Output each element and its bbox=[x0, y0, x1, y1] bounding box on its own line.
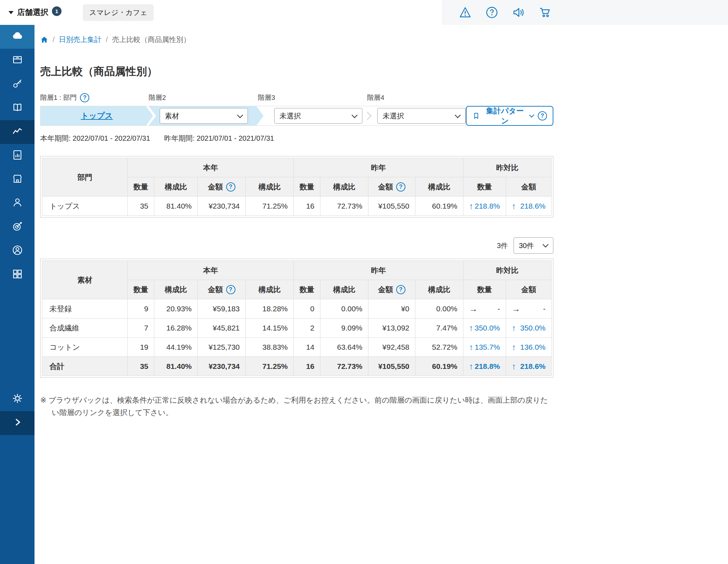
cell-name: 合成繊維 bbox=[42, 318, 128, 338]
per-page-select-wrap: 30件 bbox=[514, 237, 553, 254]
aggregate-pattern-button[interactable]: 集計パターン ? bbox=[466, 106, 553, 126]
per-page-select[interactable]: 30件 bbox=[514, 237, 553, 254]
analytics-icon bbox=[11, 125, 24, 139]
sidebar-item-target[interactable] bbox=[0, 215, 34, 239]
cell-ly-amount: ¥105,550 bbox=[368, 197, 415, 216]
store-count-badge: 1 bbox=[52, 6, 62, 16]
hierarchy-level3-select[interactable]: 未選択 bbox=[274, 108, 362, 124]
sidebar-item-book[interactable] bbox=[0, 96, 34, 120]
trend-arrow-icon: ↑ bbox=[469, 343, 473, 351]
hierarchy-level4-select[interactable]: 未選択 bbox=[377, 108, 466, 124]
cell-ly-qty-ratio: 9.09% bbox=[320, 318, 368, 338]
comparison-value: 218.6% bbox=[520, 202, 546, 210]
account-icon bbox=[11, 244, 24, 258]
register-icon bbox=[11, 53, 24, 68]
cell-cmp-qty: ↑135.7% bbox=[463, 338, 506, 357]
sidebar-item-key[interactable] bbox=[0, 72, 34, 96]
cell-ty-amount-ratio: 14.15% bbox=[246, 318, 294, 338]
cell-ty-qty-ratio: 81.40% bbox=[154, 357, 198, 376]
cell-ty-qty-ratio: 44.19% bbox=[154, 338, 198, 357]
sidebar-item-account[interactable] bbox=[0, 239, 34, 263]
cell-cmp-qty: →- bbox=[463, 299, 506, 318]
apps-icon bbox=[11, 268, 24, 282]
sidebar-item-analytics[interactable] bbox=[0, 120, 34, 144]
subheader-ratio: 構成比 bbox=[415, 177, 463, 197]
table-row-total: 合計 35 81.40% ¥230,734 71.25% 16 72.73% ¥… bbox=[42, 357, 552, 376]
table-row: 未登録 9 20.93% ¥59,183 18.28% 0 0.00% ¥0 0… bbox=[42, 299, 552, 318]
subheader-amount: 金額? bbox=[368, 280, 415, 299]
cell-cmp-amount: ↑218.6% bbox=[506, 357, 552, 376]
hierarchy-level1-link[interactable]: トップス bbox=[81, 111, 113, 121]
hierarchy-level4-label: 階層4 bbox=[367, 93, 384, 102]
store-select-button[interactable]: 店舗選択 1 bbox=[9, 7, 62, 18]
comparison-value: 135.7% bbox=[475, 343, 500, 351]
breadcrumb-link-daily-sales[interactable]: 日別売上集計 bbox=[59, 35, 102, 44]
help-icon[interactable]: ? bbox=[538, 111, 547, 120]
help-icon[interactable]: ? bbox=[396, 285, 405, 294]
hierarchy-labels: 階層1 : 部門? 階層2 階層3 階層4 bbox=[40, 93, 466, 102]
cell-ly-amount: ¥92,458 bbox=[368, 338, 415, 357]
home-icon[interactable] bbox=[40, 36, 48, 44]
hierarchy-level4-segment: 未選択 bbox=[375, 106, 466, 125]
settings-icon bbox=[11, 392, 24, 407]
attribute-table: 素材 本年 昨年 昨対比 数量 構成比 金額? 構成比 数量 bbox=[40, 259, 553, 378]
cell-ly-amount-ratio: 60.19% bbox=[415, 197, 463, 216]
trend-arrow-icon: ↑ bbox=[512, 362, 516, 371]
group-header-last-year: 昨年 bbox=[294, 261, 463, 280]
subheader-quantity: 数量 bbox=[463, 280, 506, 299]
bookmark-icon bbox=[472, 112, 480, 120]
subheader-amount: 金額 bbox=[506, 177, 552, 197]
cell-ly-qty-ratio: 63.64% bbox=[320, 338, 368, 357]
subheader-ratio: 構成比 bbox=[415, 280, 463, 299]
current-store-chip[interactable]: スマレジ・カフェ bbox=[83, 4, 154, 21]
group-header-comparison: 昨対比 bbox=[463, 261, 552, 280]
breadcrumb-separator: / bbox=[106, 36, 108, 44]
trend-arrow-icon: ↑ bbox=[512, 343, 516, 351]
cell-ly-amount-ratio: 52.72% bbox=[415, 338, 463, 357]
group-header-comparison: 昨対比 bbox=[463, 158, 552, 177]
cell-ly-qty-ratio: 72.73% bbox=[320, 357, 368, 376]
cell-name: 未登録 bbox=[42, 299, 128, 318]
comparison-value: - bbox=[543, 305, 546, 313]
cart-icon[interactable] bbox=[537, 5, 553, 20]
cell-ty-qty: 35 bbox=[128, 357, 154, 376]
store-icon bbox=[11, 172, 24, 187]
help-icon[interactable]: ? bbox=[226, 285, 235, 294]
cell-ly-qty-ratio: 0.00% bbox=[320, 299, 368, 318]
subheader-amount: 金額? bbox=[368, 177, 415, 197]
cell-ly-amount-ratio: 60.19% bbox=[415, 357, 463, 376]
help-icon[interactable] bbox=[484, 5, 500, 20]
app-window: 店舗選択 1 スマレジ・カフェ bbox=[0, 0, 728, 564]
sidebar-item-apps[interactable] bbox=[0, 263, 34, 287]
cell-ly-qty: 2 bbox=[294, 318, 320, 338]
hierarchy-level2-select-wrap: 素材 bbox=[160, 108, 248, 124]
cell-name: 合計 bbox=[42, 357, 128, 376]
cell-ty-qty-ratio: 81.40% bbox=[154, 197, 198, 216]
sidebar-item-settings[interactable] bbox=[0, 387, 34, 411]
sidebar-expand-button[interactable] bbox=[0, 411, 34, 435]
trend-arrow-icon: → bbox=[512, 305, 520, 313]
cell-ty-amount: ¥230,734 bbox=[198, 357, 246, 376]
sidebar-item-store[interactable] bbox=[0, 168, 34, 192]
result-count-label: 3件 bbox=[497, 241, 508, 251]
sidebar-item-register[interactable] bbox=[0, 49, 34, 72]
trend-arrow-icon: ↑ bbox=[469, 324, 473, 332]
sidebar-item-cloud[interactable] bbox=[0, 25, 34, 49]
subheader-quantity: 数量 bbox=[294, 177, 320, 197]
sidebar-item-report[interactable] bbox=[0, 144, 34, 168]
comparison-value: 218.8% bbox=[475, 362, 500, 371]
comparison-value: 218.6% bbox=[520, 362, 546, 371]
subheader-amount: 金額? bbox=[198, 280, 246, 299]
trend-arrow-icon: ↑ bbox=[469, 362, 473, 371]
table-row: 合成繊維 7 16.28% ¥45,821 14.15% 2 9.09% ¥13… bbox=[42, 318, 552, 338]
announcement-icon[interactable] bbox=[511, 5, 526, 20]
cell-ly-amount: ¥105,550 bbox=[368, 357, 415, 376]
help-icon[interactable]: ? bbox=[226, 182, 235, 192]
chevron-right-icon bbox=[11, 416, 24, 430]
alert-icon[interactable] bbox=[457, 5, 473, 20]
help-icon[interactable]: ? bbox=[80, 93, 89, 102]
help-icon[interactable]: ? bbox=[396, 182, 405, 192]
hierarchy-level2-select[interactable]: 素材 bbox=[160, 108, 248, 124]
sidebar-item-customer[interactable] bbox=[0, 192, 34, 215]
pagination: 3件 30件 bbox=[40, 237, 553, 254]
